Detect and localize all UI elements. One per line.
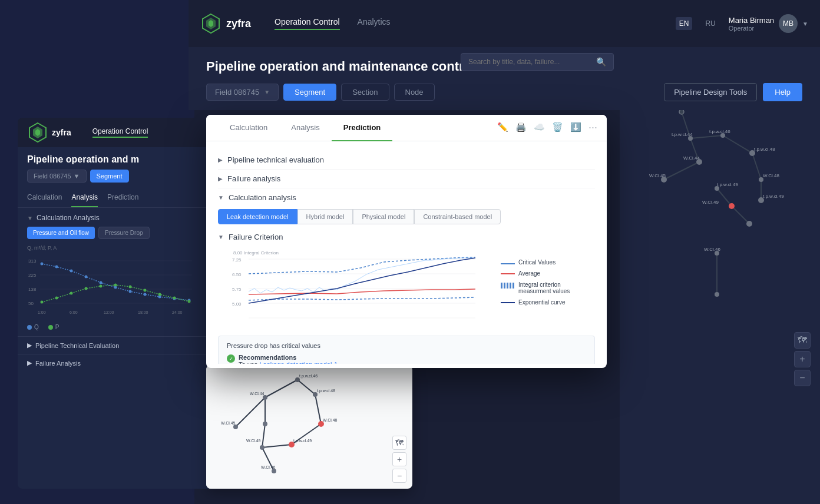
back-pressure-drop-btn[interactable]: Pressure Drop bbox=[98, 227, 149, 239]
breadcrumb-tabs: Field 086745 ▼ Segment Section Node bbox=[206, 84, 435, 101]
svg-point-13 bbox=[70, 270, 73, 273]
legend-critical: Critical Values bbox=[501, 259, 595, 266]
print-icon[interactable]: 🖨️ bbox=[515, 122, 527, 132]
background-window: zyfra Operation Control Pipeline operati… bbox=[18, 118, 212, 489]
back-page-title: Pipeline operation and m bbox=[18, 147, 212, 170]
svg-point-107 bbox=[295, 377, 300, 382]
model-tab-constraint[interactable]: Constraint-based model bbox=[414, 209, 501, 224]
logo-text: zyfra bbox=[226, 18, 251, 30]
svg-point-108 bbox=[263, 395, 267, 400]
legend-q: Q bbox=[27, 324, 39, 330]
svg-point-24 bbox=[70, 292, 73, 295]
map-zoom-in[interactable]: + bbox=[794, 351, 811, 367]
back-tab-analysis[interactable]: Analysis bbox=[71, 193, 98, 207]
back-nav-operation[interactable]: Operation Control bbox=[92, 127, 148, 138]
calc-analysis-section: ▼ Calculation analysis Leak detection mo… bbox=[218, 188, 595, 364]
back-chart-area: Q, m³/d; P, A 313 225 138 50 bbox=[27, 245, 203, 321]
lang-en[interactable]: EN bbox=[676, 17, 693, 30]
svg-text:W.Cl.44: W.Cl.44 bbox=[683, 155, 700, 161]
model-tab-physical[interactable]: Physical model bbox=[353, 209, 414, 224]
user-avatar[interactable]: MB bbox=[779, 14, 798, 33]
nav-operation-control[interactable]: Operation Control bbox=[275, 17, 340, 30]
rec-text: Recommendations To use Leakage detection… bbox=[239, 354, 338, 364]
svg-text:t.p.w.cl.49: t.p.w.cl.49 bbox=[717, 182, 738, 187]
user-name: Maria Birman bbox=[729, 16, 774, 25]
svg-point-23 bbox=[55, 297, 58, 300]
download-icon[interactable]: ⬇️ bbox=[570, 122, 581, 132]
bottom-zoom-out[interactable]: − bbox=[392, 469, 406, 483]
back-segment-tab[interactable]: Segment bbox=[90, 170, 129, 183]
svg-point-26 bbox=[100, 285, 102, 288]
svg-text:W.Cl.46: W.Cl.46 bbox=[704, 247, 721, 252]
bottom-map-icon[interactable]: 🗺 bbox=[392, 436, 406, 450]
svg-point-17 bbox=[129, 290, 132, 293]
svg-point-110 bbox=[233, 425, 238, 429]
svg-point-22 bbox=[41, 301, 44, 304]
back-failure-analysis[interactable]: ▶ Failure Analysis bbox=[18, 354, 212, 372]
legend-integral: Integral criterion measurment values bbox=[501, 281, 595, 294]
svg-text:t.p.w.cl.46: t.p.w.cl.46 bbox=[709, 129, 730, 134]
failure-criterion: ▼ Failure Criterion 8.00 Integral Criter… bbox=[218, 233, 595, 364]
back-pipeline-tech[interactable]: ▶ Pipeline Technical Evaluation bbox=[18, 336, 212, 354]
svg-text:6:00: 6:00 bbox=[70, 310, 78, 314]
back-tab-prediction[interactable]: Prediction bbox=[107, 193, 138, 207]
svg-point-15 bbox=[100, 281, 102, 284]
nav-analytics[interactable]: Analytics bbox=[358, 17, 391, 30]
map-zoom-out[interactable]: − bbox=[794, 370, 811, 386]
rec-link[interactable]: Leakage detection model-1 bbox=[259, 361, 338, 364]
search-input[interactable] bbox=[468, 58, 596, 66]
avatar-dropdown[interactable]: ▼ bbox=[802, 21, 808, 27]
model-tab-leak[interactable]: Leak detection model bbox=[218, 209, 297, 224]
svg-point-79 bbox=[746, 221, 752, 227]
back-logo: zyfra bbox=[27, 122, 71, 143]
svg-text:24:00: 24:00 bbox=[172, 310, 183, 314]
search-bar[interactable]: 🔍 bbox=[461, 53, 614, 71]
cloud-icon[interactable]: ☁️ bbox=[534, 122, 545, 132]
svg-text:W.Cl.44: W.Cl.44 bbox=[250, 392, 264, 396]
failure-criterion-header[interactable]: ▼ Failure Criterion bbox=[218, 233, 595, 241]
section-tab[interactable]: Section bbox=[341, 84, 389, 101]
main-navbar: zyfra Operation Control Analytics EN RU … bbox=[189, 0, 820, 47]
map-icon[interactable]: 🗺 bbox=[794, 332, 811, 349]
bottom-zoom-in[interactable]: + bbox=[392, 452, 406, 466]
search-icon: 🔍 bbox=[596, 57, 606, 67]
svg-text:t.p.w.cl.49: t.p.w.cl.49 bbox=[763, 194, 784, 199]
critical-text: Pressure drop has critical values bbox=[227, 342, 586, 349]
back-pressure-oil-btn[interactable]: Pressure and Oil flow bbox=[27, 227, 95, 239]
svg-line-63 bbox=[732, 206, 749, 224]
svg-point-11 bbox=[41, 263, 44, 266]
legend-exponential: Exponential curve bbox=[501, 299, 595, 306]
back-logo-text: zyfra bbox=[52, 128, 71, 137]
failure-analysis-row[interactable]: ▶ Failure analysis bbox=[218, 170, 595, 188]
segment-tab[interactable]: Segment bbox=[283, 84, 336, 101]
tab-prediction[interactable]: Prediction bbox=[332, 115, 393, 141]
delete-icon[interactable]: 🗑️ bbox=[552, 122, 563, 132]
tab-calculation[interactable]: Calculation bbox=[218, 115, 279, 141]
more-icon[interactable]: ⋯ bbox=[588, 122, 597, 132]
pipeline-design-tools-button[interactable]: Pipeline Design Tools bbox=[664, 83, 757, 101]
edit-icon[interactable]: ✏️ bbox=[497, 122, 508, 132]
svg-text:W.Cl.48: W.Cl.48 bbox=[323, 418, 338, 422]
back-field-badge[interactable]: Field 086745 ▼ bbox=[27, 170, 87, 183]
svg-point-18 bbox=[144, 293, 147, 296]
tab-analysis[interactable]: Analysis bbox=[279, 115, 331, 141]
breadcrumb-row: Field 086745 ▼ Segment Section Node Pipe… bbox=[206, 83, 802, 101]
pipeline-tech-row[interactable]: ▶ Pipeline technical evaluation bbox=[218, 151, 595, 170]
field-badge[interactable]: Field 086745 ▼ bbox=[206, 84, 279, 101]
svg-text:1:00: 1:00 bbox=[38, 310, 46, 314]
back-tab-calculation[interactable]: Calculation bbox=[27, 193, 62, 207]
svg-text:W.Cl.49: W.Cl.49 bbox=[246, 439, 261, 443]
node-tab[interactable]: Node bbox=[394, 84, 435, 101]
svg-point-30 bbox=[158, 293, 161, 296]
main-card-content: ▶ Pipeline technical evaluation ▶ Failur… bbox=[206, 141, 607, 364]
calc-analysis-header[interactable]: ▼ Calculation analysis bbox=[218, 193, 595, 202]
help-button[interactable]: Help bbox=[763, 83, 802, 101]
svg-text:225: 225 bbox=[28, 273, 37, 278]
svg-line-62 bbox=[717, 188, 732, 206]
model-tabs: Leak detection model Hybrid model Physic… bbox=[218, 209, 595, 224]
chart-axis-label: Q, m³/d; P, A bbox=[27, 245, 57, 251]
svg-point-32 bbox=[188, 300, 191, 303]
lang-ru[interactable]: RU bbox=[702, 17, 719, 30]
model-tab-hybrid[interactable]: Hybrid model bbox=[297, 209, 353, 224]
svg-text:138: 138 bbox=[28, 287, 37, 292]
